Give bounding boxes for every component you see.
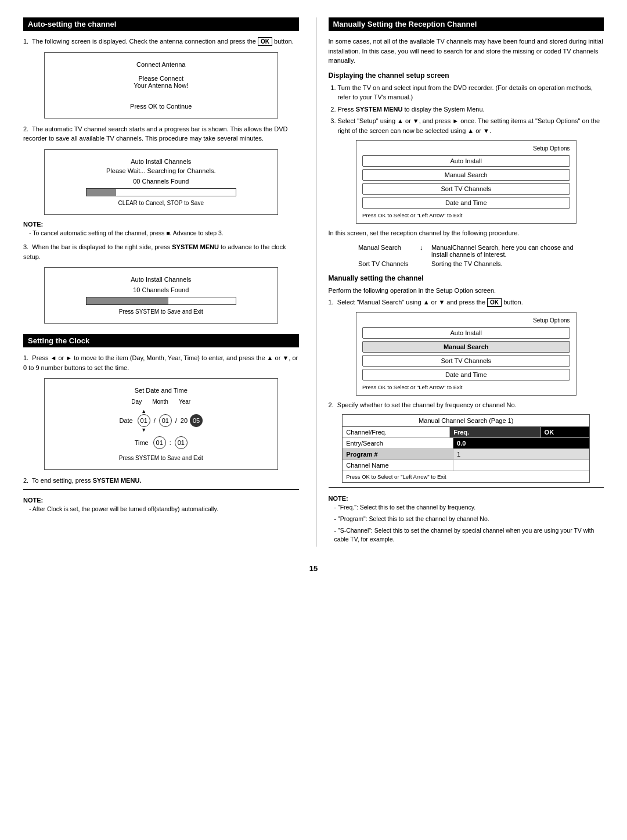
disp-step3: Select "Setup" using ▲ or ▼, and press ►…: [338, 116, 604, 135]
setup-note2: Press OK to Select or "Left Arrow" to Ex…: [362, 384, 570, 390]
auto-install-channels: Auto Install Channels: [54, 158, 268, 165]
channels-found-0: 00 Channels Found: [54, 178, 268, 185]
mc-row4: Channel Name: [343, 460, 589, 471]
progress-bar2: [86, 297, 236, 305]
stv-desc: Sorting the TV Channels.: [429, 259, 576, 268]
progress-fill1: [87, 189, 116, 196]
mc-row2-col2: 0.0: [453, 438, 589, 448]
system-menu2: SYSTEM MENU.: [93, 477, 142, 484]
setup-options-title2: Setup Options: [362, 317, 570, 324]
step2-text: 2. The automatic TV channel search start…: [23, 124, 299, 143]
mc-row1: Channel/Freq. Freq. OK: [343, 427, 589, 438]
clock-note1: - After Clock is set, the power will be …: [29, 505, 299, 514]
please-wait-text: Please Wait... Searching for Channels.: [54, 167, 268, 174]
displaying-heading: Displaying the channel setup screen: [329, 71, 604, 80]
section1-header: Auto-setting the channel: [23, 17, 299, 31]
right-intro: In some cases, not all of the available …: [329, 37, 604, 66]
setup-note1: Press OK to Select or "Left Arrow" to Ex…: [362, 212, 570, 218]
section2-header: Setting the Clock: [23, 334, 299, 347]
mc-row4-col1: Channel Name: [343, 460, 453, 471]
ok-label-right: OK: [487, 298, 502, 307]
manually-step1a: Perform the following operation in the S…: [329, 286, 604, 296]
setup-option2b: Manual Search: [362, 341, 570, 353]
setup-options-title1: Setup Options: [362, 145, 570, 152]
ms-label: Manual Search: [356, 243, 420, 259]
connect-antenna-text: Connect Antenna: [54, 61, 268, 68]
set-date-title: Set Date and Time: [54, 387, 268, 394]
time-val1: 01: [153, 436, 166, 449]
disp-step2: Press SYSTEM MENU to display the System …: [338, 105, 604, 114]
setup-option3b: Sort TV Channels: [362, 355, 570, 367]
step3-text: 3. When the bar is displayed to the righ…: [23, 242, 299, 261]
press-system-save2: Press SYSTEM to Save and Exit: [54, 455, 268, 461]
please-connect-text: Please Connect: [54, 75, 268, 82]
time-val2: 01: [175, 436, 188, 449]
right-section-title: Manually Setting the Reception Channel: [333, 20, 477, 28]
auto-install-screen1: Auto Install Channels Please Wait... Sea…: [44, 149, 278, 215]
right-note1: - "Freq.": Select this to set the channe…: [334, 503, 604, 512]
date-header-row: Day Month Year: [54, 399, 268, 405]
manually-step1b: 1. Select "Manual Search" using ▲ or ▼ a…: [329, 297, 604, 307]
mc-row1-col1: Channel/Freq.: [343, 427, 450, 437]
setup-option1: Auto Install: [362, 155, 570, 167]
ms-arrow: ↓: [420, 243, 429, 259]
mc-row2-col1: Entry/Search: [343, 438, 453, 448]
in-this-screen: In this screen, set the reception channe…: [329, 228, 604, 238]
mc-row3: Program # 1: [343, 449, 589, 460]
note1-text: - To cancel automatic setting of the cha…: [29, 229, 299, 238]
mc-row1-col3: OK: [541, 427, 590, 437]
set-date-time-screen: Set Date and Time Day Month Year Date ▲ …: [44, 378, 278, 470]
mc-note: Press OK to Select or "Left Arrow" to Ex…: [343, 471, 589, 482]
your-antenna-text: Your Antenna Now!: [54, 82, 268, 89]
date-val2: 01: [159, 414, 172, 427]
setup-option1b: Auto Install: [362, 327, 570, 339]
right-note-label: NOTE:: [329, 495, 604, 502]
clock-note-block: NOTE: - After Clock is set, the power wi…: [23, 489, 299, 514]
mc-row4-col2: [453, 460, 589, 471]
connect-antenna-screen: Connect Antenna Please Connect Your Ante…: [44, 52, 278, 119]
press-ok-text: Press OK to Continue: [54, 103, 268, 110]
manual-search-table: Manual Search ↓ ManualChannel Search, he…: [356, 243, 576, 268]
right-section-header: Manually Setting the Reception Channel: [329, 17, 604, 31]
press-system-save1: Press SYSTEM to Save and Exit: [54, 308, 268, 315]
right-note2: - "Program": Select this to set the chan…: [334, 515, 604, 524]
setup-option4b: Date and Time: [362, 369, 570, 380]
displaying-steps: Turn the TV on and select input from the…: [329, 83, 604, 136]
stv-label: Sort TV Channels: [356, 259, 420, 268]
setup-option3: Sort TV Channels: [362, 183, 570, 195]
manual-channel-search-box: Manual Channel Search (Page 1) Channel/F…: [342, 414, 590, 483]
section1-title: Auto-setting the channel: [28, 20, 116, 28]
progress-bar1: [86, 188, 236, 196]
setup-options-box2: Setup Options Auto Install Manual Search…: [356, 312, 576, 396]
system-menu-label: SYSTEM MENU: [172, 243, 219, 250]
setup-option4: Date and Time: [362, 197, 570, 209]
channels-found-10: 10 Channels Found: [54, 286, 268, 293]
mc-row1-col2: Freq.: [450, 427, 540, 437]
right-note-block: NOTE: - "Freq.": Select this to set the …: [329, 487, 604, 544]
date-val1: 01: [138, 414, 150, 427]
manually-step2: 2. Specify whether to set the channel by…: [329, 400, 604, 410]
date-row: Date ▲ 01 ▼ / 01 / 20 05: [54, 408, 268, 433]
mc-row2: Entry/Search 0.0: [343, 438, 589, 449]
auto-install-channels2: Auto Install Channels: [54, 276, 268, 283]
right-note3: - "S-Channel": Select this to set the ch…: [334, 526, 604, 545]
setup-options-box1: Setup Options Auto Install Manual Search…: [356, 140, 576, 224]
mc-row3-col1: Program #: [343, 449, 453, 460]
disp-step1: Turn the TV on and select input from the…: [338, 83, 604, 102]
clock-step1: 1. Press ◄ or ► to move to the item (Day…: [23, 353, 299, 372]
note-label1: NOTE:: [23, 221, 299, 228]
ms-desc: ManualChannel Search, here you can choos…: [429, 243, 576, 259]
clock-step2: 2. To end setting, press SYSTEM MENU.: [23, 476, 299, 486]
page-number: 15: [23, 564, 604, 573]
progress-fill2: [87, 297, 168, 304]
setup-option2: Manual Search: [362, 169, 570, 181]
time-row: Time 01 : 01: [54, 436, 268, 449]
step1-text: 1. The following screen is displayed. Ch…: [23, 37, 299, 46]
note-block1: NOTE: - To cancel automatic setting of t…: [23, 221, 299, 238]
auto-install-screen2: Auto Install Channels 10 Channels Found …: [44, 267, 278, 324]
mc-row3-col2: 1: [453, 449, 589, 460]
clock-note-label: NOTE:: [23, 497, 299, 504]
clear-to-cancel: CLEAR to Cancel, STOP to Save: [54, 200, 268, 206]
ok-label: OK: [258, 37, 272, 46]
mc-title: Manual Channel Search (Page 1): [343, 415, 589, 427]
